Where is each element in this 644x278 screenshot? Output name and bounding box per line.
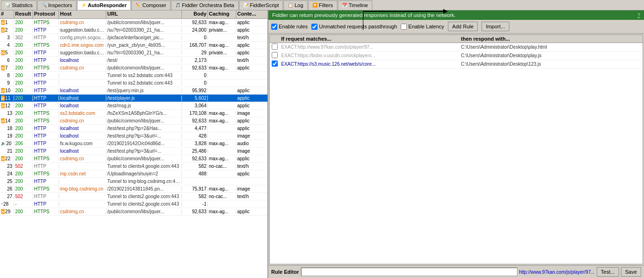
rule-editor-input[interactable]	[301, 268, 517, 276]
js-icon: js	[1, 103, 5, 108]
table-row[interactable]: ↑28 - HTTP Tunnel to clients2.google.com…	[0, 200, 267, 208]
table-row[interactable]: 3 302 HTTP config.pinyin.sogou... /picfa…	[0, 34, 267, 42]
js-icon: js	[1, 118, 5, 123]
cell-content: text/h	[236, 194, 265, 199]
unmatched-checkbox[interactable]	[311, 24, 318, 30]
ar-rule-checkbox[interactable]	[272, 52, 278, 58]
ar-rule-row[interactable]: EXACT:https://s3.music.126.net/web/s/cor…	[270, 60, 643, 69]
tab-statistics[interactable]: 📊 Statistics	[1, 0, 37, 10]
js-icon: js	[1, 65, 5, 70]
ar-col-check-header	[272, 36, 281, 42]
table-row[interactable]: js2 200 HTTP suggestion.baidu.com /su?tn…	[0, 26, 267, 34]
col-header-body: Body	[182, 10, 208, 18]
cell-url: /su?tn=02003390_21_ha...	[106, 50, 182, 55]
cell-caching: max-ag...	[208, 118, 236, 123]
table-row[interactable]: js29 200 HTTPS csdnimg.cn /public/common…	[0, 208, 267, 216]
table-row[interactable]: 19 200 HTTP localhost /test/test.php?tp=…	[0, 132, 267, 140]
ar-rules-body[interactable]: EXACT:http://www.97kan.com/js/player/97.…	[270, 43, 643, 264]
cell-result: 200	[14, 209, 33, 214]
cell-num: js5	[0, 50, 14, 55]
request-table-body[interactable]: js1 200 HTTPS csdnimg.cn /public/common/…	[0, 19, 267, 278]
enable-latency-label[interactable]: Enable Latency	[408, 24, 444, 29]
table-row[interactable]: 8 200 HTTP Tunnel to ss2.bdstatic.com:44…	[0, 72, 267, 79]
cell-url: /test/test.php?tp=3&url=...	[106, 133, 182, 139]
table-row[interactable]: 26 200 HTTPS img-blog.csdnimg.cn /201902…	[0, 185, 267, 193]
import-button[interactable]: Import...	[481, 22, 509, 31]
enable-rules-checkbox[interactable]	[271, 24, 277, 30]
cell-url: Tunnel to img-blog.csdnimg.cn:443	[106, 179, 182, 184]
cell-body: 24,000	[182, 27, 208, 33]
cell-host: localhost	[59, 88, 106, 93]
table-row[interactable]: js1 200 HTTPS csdnimg.cn /public/common/…	[0, 19, 267, 26]
tab-fiddlerscript[interactable]: 📝 FiddlerScript	[239, 0, 283, 10]
table-row[interactable]: 6 200 HTTP localhost /test/ 2,173 text/h	[0, 57, 267, 64]
ar-rule-checkbox-cell[interactable]	[272, 43, 281, 51]
tab-log[interactable]: 📋 Log	[283, 0, 307, 10]
table-row[interactable]: 18 200 HTTP localhost /test/test.php?tp=…	[0, 125, 267, 132]
cell-content: text/h	[236, 58, 265, 63]
table-row[interactable]: 24 200 HTTPS mp.csdn.net /UploadImage/sh…	[0, 170, 267, 178]
col-header-num: #	[0, 10, 14, 18]
ar-rule-checkbox-cell[interactable]	[272, 52, 281, 59]
cell-num: 18	[0, 126, 14, 131]
cell-protocol: HTTP	[33, 73, 59, 78]
cell-result: 206	[14, 141, 33, 146]
test-button[interactable]: Test...	[597, 267, 619, 277]
add-rule-button[interactable]: Add Rule	[448, 22, 478, 31]
cell-num: 8	[0, 73, 14, 78]
cell-protocol: HTTPS	[33, 43, 59, 48]
cell-body: 488	[182, 171, 208, 176]
cell-body: 92,633	[182, 20, 208, 25]
table-row[interactable]: js14 200 HTTPS csdnimg.cn /public/common…	[0, 117, 267, 125]
table-row[interactable]: 27 502 HTTP Tunnel to clients2.google.co…	[0, 193, 267, 200]
ar-rule-row[interactable]: EXACT:https://bobo.v.uucdn.com/ckplayerx…	[270, 52, 643, 60]
tab-timeline[interactable]: 📅 Timeline	[338, 0, 372, 10]
tab-inspectors[interactable]: 🔍 Inspectors	[37, 0, 77, 10]
ar-rule-row[interactable]: EXACT:http://www.97kan.com/js/player/97.…	[270, 43, 643, 52]
cell-url: Tunnel to ss2.bdstatic.com:443	[106, 80, 182, 86]
table-row[interactable]: 25 200 HTTP Tunnel to img-blog.csdnimg.c…	[0, 178, 267, 185]
tab-autoresponder[interactable]: ⚡ AutoResponder	[77, 0, 131, 10]
tab-composer-label: Composer	[142, 2, 166, 8]
tab-filters[interactable]: 🔽 Filters	[308, 0, 337, 10]
table-row[interactable]: js5 200 HTTP suggestion.baidu.com /su?tn…	[0, 49, 267, 57]
cell-url: /foZeXSm1A5BphGlnYG/s...	[106, 111, 182, 116]
cell-caching: max-ag...	[208, 209, 236, 214]
save-button[interactable]: Save	[621, 267, 641, 277]
table-row[interactable]: js10 200 HTTP localhost /test/jquery.min…	[0, 87, 267, 95]
cell-protocol: HTTPS	[33, 118, 59, 123]
table-row[interactable]: 4 200 HTTPS cdn1.ime.sogou.com /yun_pack…	[0, 42, 267, 49]
table-row[interactable]: 9 200 HTTP Tunnel to ss2.bdstatic.com:44…	[0, 79, 267, 87]
cell-result: 502	[14, 194, 33, 199]
cell-result: 200	[14, 103, 33, 108]
cell-url: /test/	[106, 58, 182, 63]
table-row[interactable]: 23 502 HTTP Tunnel to clients4.google.co…	[0, 163, 267, 170]
enable-rules-label[interactable]: Enable rules	[279, 24, 308, 29]
cell-protocol: HTTPS	[33, 65, 59, 70]
cell-num: ↑28	[0, 201, 14, 207]
table-row[interactable]: js22 200 HTTPS csdnimg.cn /public/common…	[0, 155, 267, 163]
ar-col-request-header: If request matches...	[281, 36, 461, 42]
table-row[interactable]: js12 200 HTTP localhost /test/msg.js 3,0…	[0, 102, 267, 110]
tab-composer[interactable]: ✏️ Composer	[131, 0, 171, 10]
cell-caching: no-cac...	[208, 164, 236, 169]
table-row[interactable]: js11 200 HTTP localhost /test/player.js …	[0, 95, 267, 102]
cell-caching: max-ag...	[208, 20, 236, 25]
tab-fiddler-orchestra[interactable]: 🎵 Fiddler Orchestra Beta	[171, 0, 239, 10]
table-row[interactable]: 13 200 HTTPS ss2.bdstatic.com /foZeXSm1A…	[0, 110, 267, 117]
ar-rule-checkbox[interactable]	[272, 43, 278, 50]
cell-result: 200	[14, 50, 33, 55]
cell-body: 3,828	[182, 141, 208, 146]
cell-protocol: HTTP	[33, 194, 59, 199]
ar-rule-checkbox[interactable]	[272, 61, 278, 67]
table-row[interactable]: 🔊20 206 HTTP fs.w.kugou.com /20190219142…	[0, 140, 267, 148]
cell-protocol: HTTPS	[33, 111, 59, 116]
cell-content: image	[236, 133, 265, 139]
table-row[interactable]: 21 200 HTTP localhost /test/test.php?tp=…	[0, 148, 267, 155]
table-row[interactable]: js7 200 HTTPS csdnimg.cn /public/common/…	[0, 64, 267, 72]
unmatched-label[interactable]: Unmatched requests passthrough	[319, 24, 397, 29]
ar-rule-checkbox-cell[interactable]	[272, 61, 281, 68]
enable-latency-checkbox[interactable]	[401, 24, 407, 30]
help-link[interactable]: ?	[637, 12, 640, 18]
col-header-protocol: Protocol	[33, 10, 59, 18]
